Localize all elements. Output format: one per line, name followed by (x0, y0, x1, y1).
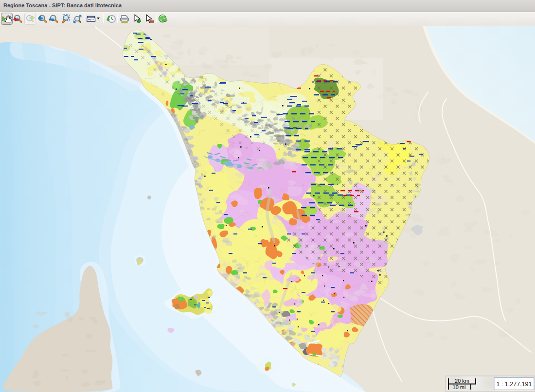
svg-text:10 mi: 10 mi (453, 384, 466, 390)
svg-text:1 : 1.277.191: 1 : 1.277.191 (497, 381, 532, 388)
svg-text:20 km: 20 km (455, 378, 469, 384)
